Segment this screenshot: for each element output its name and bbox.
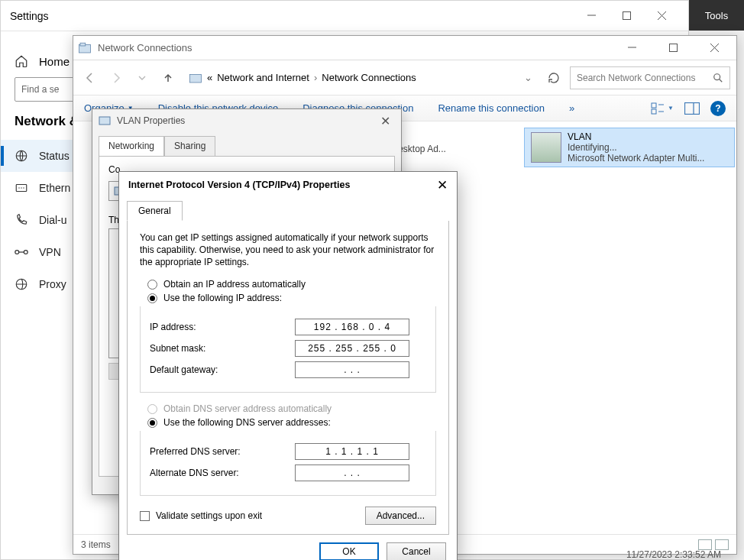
- advanced-button[interactable]: Advanced...: [365, 507, 436, 525]
- adapter-item-vlan[interactable]: VLAN Identifying... Microsoft Network Ad…: [524, 128, 735, 167]
- chevron-right-icon: ›: [314, 72, 317, 83]
- minimize-button[interactable]: [574, 4, 609, 28]
- chevron-down-icon[interactable]: ⌄: [524, 72, 532, 83]
- nc-search-input[interactable]: Search Network Connections: [570, 66, 730, 89]
- breadcrumb-item[interactable]: Network and Internet: [217, 72, 309, 83]
- cancel-button[interactable]: Cancel: [387, 542, 446, 560]
- nav-forward-button[interactable]: [105, 67, 127, 89]
- sidebar-item-label: Proxy: [39, 278, 66, 290]
- network-folder-icon: [189, 71, 202, 85]
- help-button[interactable]: ?: [710, 101, 726, 116]
- ipv4-title-text: Internet Protocol Version 4 (TCP/IPv4) P…: [128, 180, 350, 190]
- toolbar-label: »: [569, 102, 574, 114]
- radio-icon: [147, 280, 157, 290]
- ip-address-input[interactable]: 192 . 168 . 0 . 4: [295, 319, 409, 335]
- radio-icon: [147, 418, 157, 428]
- tab-networking[interactable]: Networking: [99, 136, 164, 157]
- svg-rect-8: [669, 44, 677, 52]
- vpn-icon: [15, 245, 28, 259]
- tab-sharing[interactable]: Sharing: [164, 136, 215, 157]
- taskbar-clock: 11/27/2023 2:33:52 AM: [626, 549, 721, 560]
- radio-icon: [147, 293, 157, 303]
- address-box[interactable]: « Network and Internet › Network Connect…: [183, 66, 538, 89]
- nc-titlebar: Network Connections: [73, 36, 736, 60]
- tab-general[interactable]: General: [127, 201, 183, 221]
- radio-label: Obtain an IP address automatically: [163, 279, 306, 290]
- nic-icon: [531, 132, 561, 163]
- tools-panel[interactable]: Tools: [689, 0, 744, 31]
- ipv4-description: You can get IP settings assigned automat…: [140, 231, 436, 268]
- preferred-dns-label: Preferred DNS server:: [150, 446, 295, 457]
- adapter-status: Identifying...: [568, 142, 704, 153]
- toolbar-more[interactable]: »: [569, 102, 574, 114]
- vlan-titlebar: VLAN Properties ✕: [92, 109, 401, 132]
- tab-label: General: [138, 206, 171, 216]
- phone-icon: [15, 213, 28, 227]
- button-label: Advanced...: [377, 510, 425, 521]
- static-dns-group: Preferred DNS server: 1 . 1 . 1 . 1 Alte…: [140, 431, 436, 496]
- ok-button[interactable]: OK: [319, 542, 379, 560]
- radio-use-static-ip[interactable]: Use the following IP address:: [147, 293, 436, 303]
- checkbox-label: Validate settings upon exit: [156, 510, 262, 521]
- close-button[interactable]: ✕: [376, 114, 395, 128]
- nav-back-button[interactable]: [79, 67, 101, 89]
- adapter-desc: Microsoft Network Adapter Multi...: [568, 153, 704, 163]
- settings-title: Settings: [10, 10, 49, 22]
- validate-on-exit-checkbox[interactable]: Validate settings upon exit: [140, 510, 262, 521]
- status-item-count: 3 items: [81, 539, 111, 550]
- maximize-button[interactable]: [609, 4, 644, 28]
- default-gateway-label: Default gateway:: [150, 364, 295, 375]
- preferred-dns-input[interactable]: 1 . 1 . 1 . 1: [295, 443, 409, 460]
- svg-rect-7: [80, 43, 86, 46]
- svg-rect-12: [652, 109, 656, 114]
- input-value: 1 . 1 . 1 . 1: [325, 446, 379, 457]
- preview-pane-button[interactable]: [684, 102, 700, 115]
- default-gateway-input[interactable]: . . .: [295, 361, 409, 378]
- nic-small-icon: [99, 115, 111, 127]
- sidebar-home-label: Home: [39, 55, 70, 68]
- svg-point-4: [24, 251, 27, 254]
- settings-search-placeholder: Find a se: [21, 84, 59, 95]
- input-value: 192 . 168 . 0 . 4: [314, 322, 390, 332]
- static-ip-group: IP address: 192 . 168 . 0 . 4 Subnet mas…: [140, 306, 436, 393]
- maximize-button[interactable]: [655, 36, 691, 60]
- view-options-button[interactable]: ▼: [651, 102, 674, 115]
- input-value: . . .: [344, 364, 361, 375]
- close-button[interactable]: [697, 36, 732, 60]
- close-button[interactable]: ✕: [437, 177, 448, 193]
- tools-label: Tools: [705, 10, 728, 21]
- input-value: 255 . 255 . 255 . 0: [308, 343, 396, 354]
- alternate-dns-input[interactable]: . . .: [295, 465, 409, 481]
- svg-rect-14: [99, 117, 110, 125]
- vlan-title-text: VLAN Properties: [117, 115, 185, 126]
- nc-search-placeholder: Search Network Connections: [577, 73, 695, 83]
- ipv4-titlebar: Internet Protocol Version 4 (TCP/IPv4) P…: [119, 172, 457, 198]
- network-folder-icon: [78, 41, 92, 55]
- button-label: OK: [342, 546, 355, 557]
- view-mode-buttons[interactable]: [698, 539, 729, 550]
- refresh-button[interactable]: [542, 66, 565, 89]
- close-button[interactable]: [644, 4, 679, 28]
- breadcrumb-prefix: «: [207, 72, 212, 83]
- minimize-button[interactable]: [614, 36, 649, 60]
- toolbar-rename[interactable]: Rename this connection: [438, 102, 544, 114]
- radio-icon: [147, 404, 157, 414]
- chevron-down-icon: ▼: [668, 105, 674, 112]
- search-icon: [713, 73, 723, 83]
- input-value: . . .: [344, 468, 361, 478]
- globe-icon: [15, 149, 28, 163]
- radio-obtain-ip-auto[interactable]: Obtain an IP address automatically: [147, 279, 436, 290]
- breadcrumb-item[interactable]: Network Connections: [322, 72, 416, 83]
- subnet-mask-input[interactable]: 255 . 255 . 255 . 0: [295, 340, 409, 357]
- nav-up-button[interactable]: [157, 67, 179, 89]
- radio-use-static-dns[interactable]: Use the following DNS server addresses:: [147, 417, 436, 428]
- nav-recent-button[interactable]: [131, 67, 153, 89]
- tab-label: Sharing: [174, 141, 205, 151]
- ipv4-properties-dialog: Internet Protocol Version 4 (TCP/IPv4) P…: [118, 171, 458, 560]
- svg-rect-9: [190, 74, 202, 83]
- ipv4-tabstrip: General: [127, 201, 449, 221]
- sidebar-item-label: VPN: [39, 246, 61, 258]
- nc-address-bar: « Network and Internet › Network Connect…: [73, 60, 736, 95]
- alternate-dns-label: Alternate DNS server:: [150, 468, 295, 478]
- svg-rect-11: [652, 103, 656, 108]
